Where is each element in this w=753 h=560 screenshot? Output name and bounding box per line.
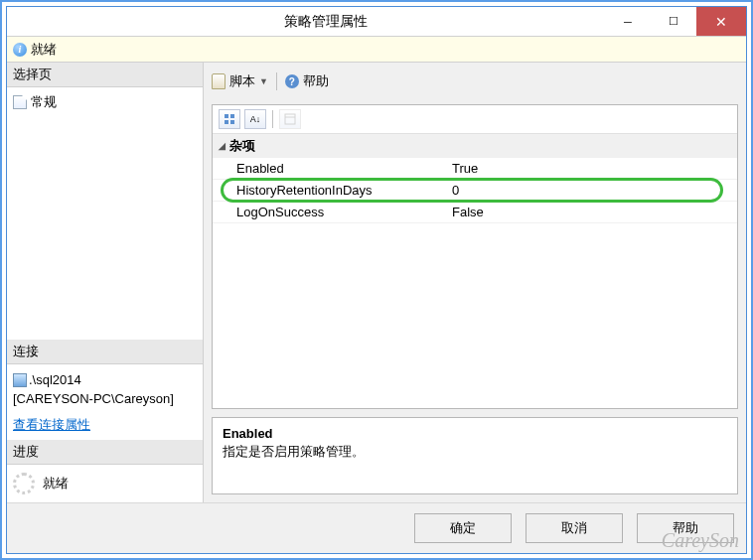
right-toolbar: 脚本 ▼ ? 帮助 bbox=[212, 70, 738, 96]
connection-body: .\sql2014 [CAREYSON-PC\Careyson] 查看连接属性 bbox=[7, 364, 203, 441]
page-item-label: 常规 bbox=[31, 93, 57, 111]
collapse-icon: ◢ bbox=[219, 141, 226, 151]
category-header[interactable]: ◢ 杂项 bbox=[213, 134, 737, 158]
connection-header: 连接 bbox=[7, 340, 203, 364]
help-toolbar-button[interactable]: ? 帮助 bbox=[285, 72, 329, 90]
alphabetical-button[interactable]: A↓ bbox=[244, 109, 266, 129]
dialog-button-row: 确定 取消 帮助 bbox=[7, 502, 746, 553]
property-row-log-on-success[interactable]: LogOnSuccess False bbox=[213, 202, 737, 223]
status-bar: i 就绪 bbox=[7, 37, 746, 63]
chevron-down-icon: ▼ bbox=[259, 76, 268, 86]
property-key: HistoryRetentionInDays bbox=[213, 180, 446, 201]
connection-server: .\sql2014 bbox=[29, 372, 81, 387]
property-value: False bbox=[446, 202, 737, 222]
ok-button[interactable]: 确定 bbox=[414, 513, 512, 543]
right-pane: 脚本 ▼ ? 帮助 A↓ bbox=[204, 63, 746, 502]
page-item-general[interactable]: 常规 bbox=[13, 91, 197, 113]
description-text: 指定是否启用策略管理。 bbox=[223, 443, 727, 461]
category-label: 杂项 bbox=[229, 137, 255, 155]
categorized-icon bbox=[224, 113, 235, 125]
property-value: 0 bbox=[446, 180, 737, 201]
progress-text: 就绪 bbox=[43, 475, 69, 492]
property-grid: ◢ 杂项 Enabled True HistoryRetentionInDays… bbox=[213, 134, 737, 408]
info-icon: i bbox=[13, 43, 27, 57]
svg-rect-2 bbox=[225, 120, 228, 124]
maximize-button[interactable]: ☐ bbox=[651, 7, 696, 36]
property-row-enabled[interactable]: Enabled True bbox=[213, 158, 737, 180]
description-title: Enabled bbox=[223, 426, 727, 441]
progress-body: 就绪 bbox=[7, 465, 203, 502]
help-icon: ? bbox=[285, 74, 299, 88]
window-controls: ─ ☐ ✕ bbox=[605, 7, 746, 36]
svg-rect-1 bbox=[230, 114, 234, 118]
minimize-button[interactable]: ─ bbox=[605, 7, 651, 36]
property-key: LogOnSuccess bbox=[213, 202, 446, 222]
toolbar-separator bbox=[276, 72, 277, 90]
script-icon bbox=[212, 73, 226, 89]
close-button[interactable]: ✕ bbox=[696, 7, 746, 36]
property-value: True bbox=[446, 158, 737, 179]
property-key: Enabled bbox=[213, 158, 446, 179]
server-icon bbox=[13, 373, 27, 387]
svg-rect-4 bbox=[285, 114, 295, 124]
toolbar-separator bbox=[272, 110, 273, 128]
sort-az-icon: A↓ bbox=[250, 114, 261, 124]
svg-rect-0 bbox=[225, 114, 228, 118]
script-button[interactable]: 脚本 ▼ bbox=[212, 72, 268, 90]
body-area: 选择页 常规 连接 .\sql2014 [CAREYSON-PC\Careyso… bbox=[7, 63, 746, 502]
status-text: 就绪 bbox=[31, 41, 57, 59]
left-pane: 选择页 常规 连接 .\sql2014 [CAREYSON-PC\Careyso… bbox=[7, 63, 204, 502]
categorized-button[interactable] bbox=[219, 109, 240, 129]
pages-icon bbox=[284, 113, 296, 125]
property-pages-button bbox=[279, 109, 301, 129]
connection-user: [CAREYSON-PC\Careyson] bbox=[13, 389, 197, 409]
help-label: 帮助 bbox=[303, 72, 329, 90]
select-page-body: 常规 bbox=[7, 87, 203, 117]
property-row-history-retention[interactable]: HistoryRetentionInDays 0 bbox=[213, 180, 737, 202]
progress-header: 进度 bbox=[7, 440, 203, 465]
property-grid-toolbar: A↓ bbox=[213, 105, 737, 134]
property-grid-panel: A↓ ◢ 杂项 Enabled True bbox=[212, 104, 738, 409]
dialog-window: 策略管理属性 ─ ☐ ✕ i 就绪 选择页 常规 连接 .\sql2014 [C bbox=[6, 6, 747, 554]
view-connection-props-link[interactable]: 查看连接属性 bbox=[13, 417, 90, 432]
script-label: 脚本 bbox=[229, 72, 255, 90]
description-panel: Enabled 指定是否启用策略管理。 bbox=[212, 417, 738, 494]
window-title: 策略管理属性 bbox=[47, 13, 605, 31]
screenshot-frame: 策略管理属性 ─ ☐ ✕ i 就绪 选择页 常规 连接 .\sql2014 [C bbox=[0, 0, 753, 560]
svg-rect-3 bbox=[230, 120, 234, 124]
cancel-button[interactable]: 取消 bbox=[526, 513, 623, 543]
progress-spinner-icon bbox=[13, 473, 35, 494]
titlebar: 策略管理属性 ─ ☐ ✕ bbox=[7, 7, 746, 37]
page-icon bbox=[13, 95, 27, 109]
select-page-header: 选择页 bbox=[7, 63, 203, 87]
help-button[interactable]: 帮助 bbox=[637, 513, 734, 543]
